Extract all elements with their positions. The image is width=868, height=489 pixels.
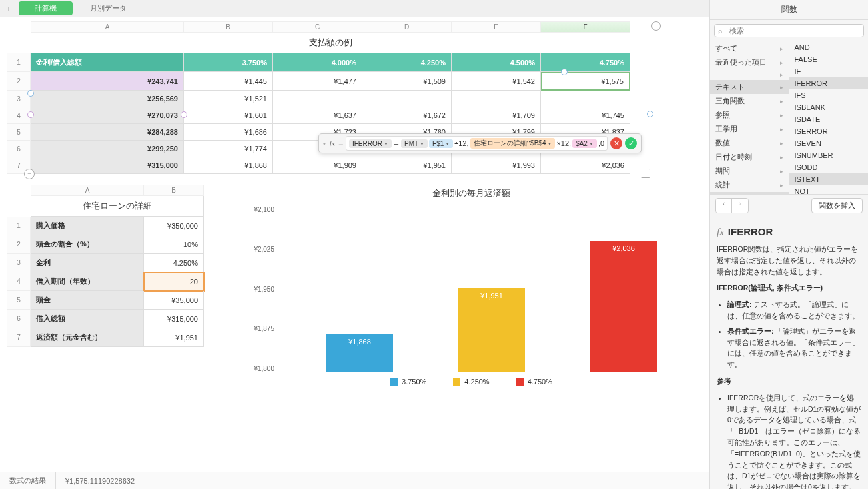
chart-bar[interactable]: ¥2,036 (590, 241, 657, 372)
function-item[interactable]: NOT (789, 185, 869, 194)
cell[interactable]: ¥1,686 (184, 124, 273, 141)
function-item[interactable]: ISNUMBER (789, 149, 869, 161)
category-item[interactable]: 論理と情報▸ (710, 192, 789, 194)
function-item[interactable]: IFERROR (789, 77, 869, 89)
function-item[interactable]: AND (789, 41, 869, 53)
row-header[interactable]: 3 (7, 254, 31, 272)
cell[interactable]: 金利 (31, 254, 144, 272)
search-input[interactable] (714, 24, 864, 37)
chart-monthly-payment[interactable]: 金利別の毎月返済額 ¥2,100¥2,025¥1,950¥1,875¥1,800… (240, 185, 703, 386)
function-item[interactable]: IFS (789, 89, 869, 101)
category-item[interactable]: 数値▸ (710, 136, 789, 150)
cell[interactable]: 4.250% (362, 53, 452, 72)
cell[interactable] (273, 91, 362, 107)
col-header[interactable]: B (144, 185, 204, 196)
row-header[interactable]: 7 (7, 328, 31, 347)
cell[interactable]: ¥1,951 (144, 328, 204, 347)
table-handle-tr[interactable] (651, 21, 661, 31)
row-header[interactable]: 4 (7, 272, 31, 291)
cell[interactable]: ¥1,909 (273, 157, 362, 174)
col-header[interactable]: B (184, 21, 273, 33)
row-header[interactable]: 5 (7, 291, 31, 310)
cell[interactable]: ¥1,993 (452, 157, 541, 174)
range-handle[interactable] (561, 69, 568, 75)
col-header[interactable]: E (452, 21, 541, 33)
row-header[interactable]: 2 (7, 235, 31, 254)
chart-bar[interactable]: ¥1,951 (458, 288, 525, 372)
function-item[interactable]: ISEVEN (789, 137, 869, 149)
range-handle[interactable] (181, 111, 187, 118)
cell[interactable]: 4.250% (144, 254, 204, 272)
cell[interactable]: ¥1,868 (184, 157, 273, 174)
col-header[interactable]: A (31, 21, 184, 33)
cell[interactable]: ¥1,445 (184, 72, 273, 91)
formula-content[interactable]: IFERROR▼ – PMT▼ F$1▼ ÷12, 住宅ローンの詳細::$B$4… (346, 136, 608, 151)
token-ref[interactable]: 住宅ローンの詳細::$B$4▼ (470, 138, 556, 149)
range-handle[interactable] (27, 111, 34, 118)
function-item[interactable]: IF (789, 65, 869, 77)
col-header[interactable]: D (362, 21, 452, 33)
row-header[interactable]: 6 (7, 141, 31, 157)
nav-back-button[interactable]: ‹ (716, 199, 732, 213)
insert-function-button[interactable]: 関数を挿入 (811, 198, 863, 213)
row-header[interactable]: 2 (7, 72, 31, 91)
cell[interactable]: ¥2,036 (541, 157, 630, 174)
cell[interactable]: ¥1,709 (452, 107, 541, 124)
function-item[interactable]: ISTEXT (789, 173, 869, 185)
col-header[interactable]: C (273, 21, 362, 33)
function-item[interactable]: FALSE (789, 53, 869, 65)
cell[interactable]: ¥1,521 (184, 91, 273, 107)
cell[interactable]: 10% (144, 235, 204, 254)
cell[interactable]: 購入価格 (31, 217, 144, 235)
category-item[interactable]: 三角関数▸ (710, 94, 789, 108)
cell[interactable] (452, 91, 541, 107)
cell[interactable]: 借入期間（年数） (31, 272, 144, 291)
formula-accept-button[interactable]: ✓ (625, 137, 637, 149)
cell[interactable]: ¥35,000 (144, 291, 204, 310)
category-item[interactable]: すべて▸ (710, 41, 789, 55)
cell[interactable]: 頭金の割合（%） (31, 235, 144, 254)
chart-bar[interactable]: ¥1,868 (326, 334, 393, 372)
nav-forward-button[interactable]: › (732, 199, 747, 213)
cell[interactable]: ¥1,601 (184, 107, 273, 124)
row-header[interactable]: 5 (7, 124, 31, 141)
cell[interactable]: 4.500% (452, 53, 541, 72)
cell[interactable]: 4.000% (273, 53, 362, 72)
category-item[interactable]: 参照▸ (710, 108, 789, 122)
cell[interactable]: ¥1,575 (541, 72, 630, 91)
cell[interactable]: ¥1,745 (541, 107, 630, 124)
function-item[interactable]: ISDATE (789, 113, 869, 125)
cell[interactable]: ¥299,250 (31, 141, 184, 157)
cell[interactable]: 4.750% (541, 53, 630, 72)
category-item[interactable]: 最近使った項目▸ (710, 55, 789, 69)
cell[interactable]: 返済額（元金含む） (31, 328, 144, 347)
tab-monthly[interactable]: 月別データ (74, 1, 143, 16)
formula-cancel-button[interactable]: ✕ (610, 137, 622, 149)
cell[interactable]: ¥256,569 (31, 91, 184, 107)
col-header[interactable]: F (541, 21, 630, 33)
col-header[interactable]: A (31, 185, 144, 196)
cell[interactable]: ¥1,672 (362, 107, 452, 124)
category-item[interactable]: 統計▸ (710, 178, 789, 192)
cell[interactable]: 頭金 (31, 291, 144, 310)
token-fn[interactable]: IFERROR▼ (349, 139, 392, 148)
category-item[interactable]: ▸ (710, 69, 789, 80)
category-item[interactable]: 工学用▸ (710, 122, 789, 136)
table-handle-br[interactable] (641, 169, 650, 178)
cell[interactable]: ¥1,774 (184, 141, 273, 157)
cell[interactable]: ¥1,542 (452, 72, 541, 91)
formula-editor[interactable]: • fx – IFERROR▼ – PMT▼ F$1▼ ÷12, 住宅ローンの詳… (318, 133, 642, 153)
cell[interactable]: ¥1,637 (273, 107, 362, 124)
cell[interactable]: ¥270,073 (31, 107, 184, 124)
cell[interactable]: 3.750% (184, 53, 273, 72)
cell[interactable] (541, 91, 630, 107)
function-item[interactable]: ISBLANK (789, 101, 869, 113)
add-sheet-button[interactable]: + (0, 5, 17, 13)
function-item[interactable]: ISODD (789, 161, 869, 173)
row-header[interactable]: 1 (7, 217, 31, 235)
cell[interactable]: ¥315,000 (31, 157, 184, 174)
cell[interactable]: 金利/借入総額 (31, 53, 184, 72)
category-item[interactable]: 日付と時刻▸ (710, 150, 789, 164)
cell[interactable]: ¥284,288 (31, 124, 184, 141)
row-header[interactable]: 1 (7, 53, 31, 72)
